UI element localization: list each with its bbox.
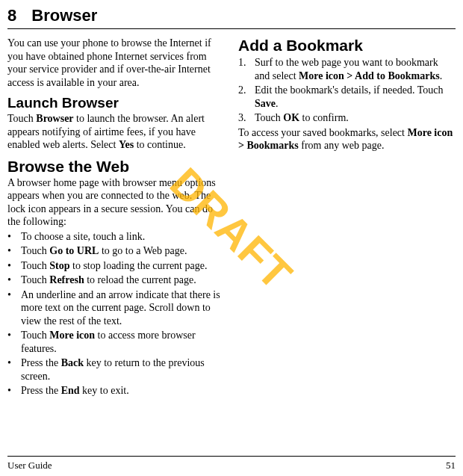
list-item: 1. Surf to the web page you want to book… (238, 56, 456, 82)
page: 8Browser DRAFT You can use your phone to… (0, 0, 463, 476)
add-bookmark-heading: Add a Bookmark (238, 37, 456, 55)
bookmark-tail-paragraph: To access your saved bookmarks, select M… (238, 126, 456, 152)
list-item: • Press the Back key to return to the pr… (7, 356, 225, 383)
left-column: You can use your phone to browse the Int… (7, 37, 225, 398)
list-item: • Touch Stop to stop loading the current… (7, 259, 225, 273)
right-column: Add a Bookmark 1. Surf to the web page y… (238, 37, 456, 398)
intro-paragraph: You can use your phone to browse the Int… (7, 37, 225, 89)
list-item: • To choose a site, touch a link. (7, 230, 225, 244)
footer-left: User Guide (7, 460, 52, 472)
chapter-title: 8Browser (7, 6, 456, 25)
list-item: 3. Touch OK to confirm. (238, 111, 456, 125)
footer-page-number: 51 (446, 460, 456, 472)
browse-bullet-list: • To choose a site, touch a link. • Touc… (7, 230, 225, 398)
chapter-header: 8Browser (7, 6, 456, 29)
list-item: • Touch More icon to access more browser… (7, 329, 225, 355)
bookmark-steps-list: 1. Surf to the web page you want to book… (238, 56, 456, 125)
list-item: • Touch Refresh to reload the current pa… (7, 273, 225, 287)
list-item: • An underline and an arrow indicate tha… (7, 288, 225, 328)
launch-browser-paragraph: Touch Browser to launch the browser. An … (7, 112, 225, 152)
browse-intro-paragraph: A browser home page with browser menu op… (7, 176, 225, 229)
chapter-number: 8 (7, 6, 16, 25)
content-columns: You can use your phone to browse the Int… (7, 37, 456, 398)
list-item: • Touch Go to URL to go to a Web page. (7, 244, 225, 258)
page-footer: User Guide 51 (7, 456, 456, 472)
list-item: 2. Edit the bookmark's details, if neede… (238, 84, 456, 110)
launch-browser-heading: Launch Browser (7, 95, 225, 111)
list-item: • Press the End key to exit. (7, 384, 225, 398)
browse-web-heading: Browse the Web (7, 158, 225, 176)
chapter-name: Browser (31, 6, 97, 25)
